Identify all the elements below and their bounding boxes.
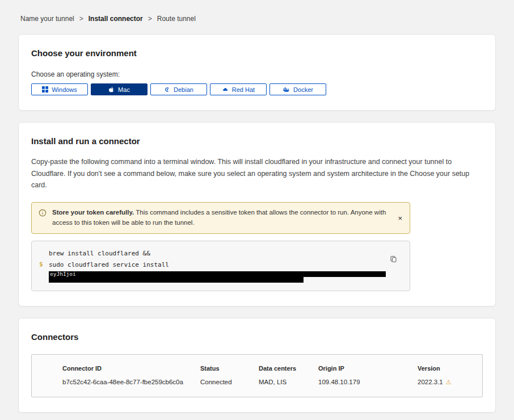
close-icon[interactable]: ×	[395, 213, 405, 222]
command-lines: brew install cloudflared && sudo cloudfl…	[49, 248, 402, 283]
environment-card-title: Choose your environment	[31, 48, 483, 58]
os-button-debian[interactable]: Debian	[150, 83, 207, 95]
debian-icon	[164, 86, 170, 93]
breadcrumb-route-tunnel[interactable]: Route tunnel	[157, 15, 196, 23]
redacted-token-bar	[49, 277, 304, 283]
install-command-block: $ brew install cloudflared && sudo cloud…	[31, 241, 410, 291]
table-row: b7c52c42-6caa-48ee-8c77-fbe259cb6c0a Con…	[62, 372, 471, 386]
warning-bold-text: Store your token carefully.	[52, 209, 134, 216]
breadcrumb-name-your-tunnel[interactable]: Name your tunnel	[20, 15, 74, 23]
os-button-label: Mac	[118, 86, 130, 93]
os-button-label: Red Hat	[232, 86, 255, 93]
environment-card: Choose your environment Choose an operat…	[18, 34, 496, 111]
windows-icon	[42, 86, 48, 93]
tunnel-setup-page: Name your tunnel > Install connector > R…	[0, 0, 514, 420]
version-warning-icon: ⚠	[446, 379, 452, 385]
os-button-label: Debian	[174, 86, 193, 93]
connectors-card-title: Connectors	[31, 332, 483, 342]
column-header-version: Version	[418, 365, 471, 372]
os-button-label: Docker	[293, 86, 313, 93]
os-select-label: Choose an operating system:	[31, 70, 483, 78]
status-badge: Connected	[200, 379, 259, 386]
install-connector-card: Install and run a connector Copy-paste t…	[18, 122, 496, 306]
apple-icon	[108, 86, 115, 93]
column-header-origin-ip: Origin IP	[318, 365, 418, 372]
token-warning-banner: Store your token carefully. This command…	[31, 202, 410, 234]
os-button-label: Windows	[52, 86, 77, 93]
command-line-1: brew install cloudflared &&	[49, 248, 402, 259]
docker-icon	[283, 86, 290, 93]
connectors-table: Connector ID Status Data centers Origin …	[31, 354, 483, 397]
breadcrumb-separator: >	[148, 15, 152, 23]
version-value: 2022.3.1⚠	[418, 379, 471, 386]
os-button-group: Windows Mac Debian Red Hat	[31, 83, 483, 95]
info-icon	[39, 209, 47, 217]
column-header-connector-id: Connector ID	[62, 365, 200, 372]
copy-icon[interactable]	[390, 255, 397, 264]
warning-text: Store your token carefully. This command…	[52, 208, 403, 228]
data-centers-value: MAD, LIS	[259, 379, 318, 386]
install-connector-title: Install and run a connector	[31, 136, 483, 146]
install-description: Copy-paste the following command into a …	[31, 156, 483, 191]
table-header-row: Connector ID Status Data centers Origin …	[62, 365, 471, 372]
origin-ip-value: 109.48.10.179	[318, 379, 418, 386]
redhat-icon	[222, 86, 229, 93]
os-button-docker[interactable]: Docker	[269, 83, 326, 95]
os-button-windows[interactable]: Windows	[31, 83, 88, 95]
column-header-data-centers: Data centers	[259, 365, 318, 372]
breadcrumb-separator: >	[79, 15, 83, 23]
connector-id-value: b7c52c42-6caa-48ee-8c77-fbe259cb6c0a	[62, 379, 200, 386]
column-header-status: Status	[200, 365, 259, 372]
os-button-mac[interactable]: Mac	[91, 83, 148, 95]
breadcrumb: Name your tunnel > Install connector > R…	[0, 0, 514, 34]
command-line-2: sudo cloudflared service install	[49, 259, 402, 271]
os-button-redhat[interactable]: Red Hat	[210, 83, 267, 95]
version-number: 2022.3.1	[418, 379, 443, 385]
redacted-token-bar: eyJhIjoi	[49, 271, 386, 277]
breadcrumb-install-connector[interactable]: Install connector	[89, 15, 143, 23]
connectors-card: Connectors Connector ID Status Data cent…	[18, 318, 496, 413]
shell-prompt: $	[39, 259, 43, 270]
